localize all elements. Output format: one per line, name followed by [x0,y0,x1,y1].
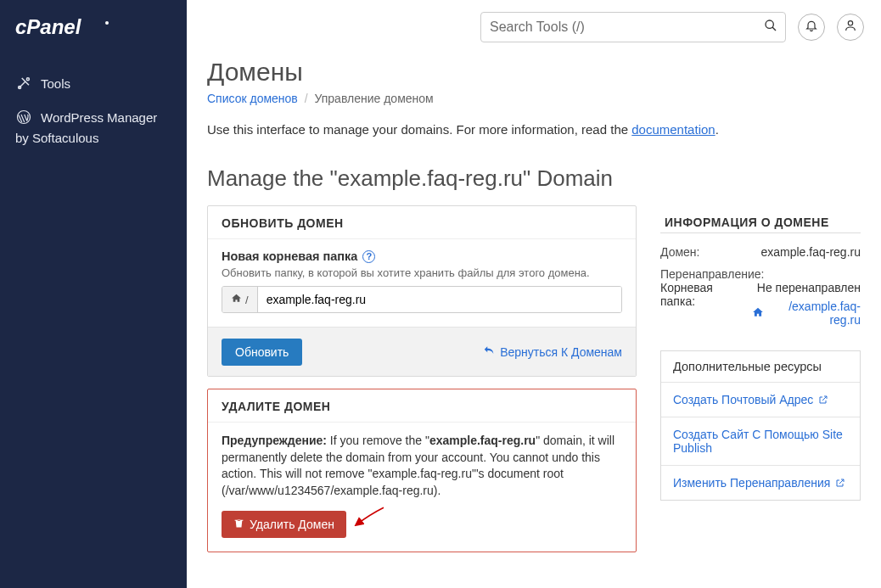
update-button[interactable]: Обновить [222,339,302,366]
wordpress-icon [15,109,32,126]
topbar [187,0,881,51]
cpanel-logo: cPanel [15,15,171,41]
user-icon [844,19,857,36]
sidebar: cPanel Tools WordPress Manager [0,0,187,588]
docroot-field-description: Обновить папку, в которой вы хотите хран… [222,266,622,279]
svg-line-6 [772,27,776,31]
notifications-button[interactable] [798,14,825,41]
svg-text:cPanel: cPanel [15,15,82,38]
domain-root-link-text: /example.faq-reg.ru [767,300,861,327]
intro-post: . [715,122,719,137]
update-panel-heading: ОБНОВИТЬ ДОМЕН [208,206,636,239]
intro-text: Use this interface to manage your domain… [207,122,861,137]
svg-point-3 [26,78,29,81]
bell-icon [805,19,818,36]
external-link-icon [818,395,828,405]
svg-point-5 [766,20,773,28]
domain-info-heading: ИНФОРМАЦИЯ О ДОМЕНЕ [660,205,861,233]
manage-domain-heading: Manage the "example.faq-reg.ru" Domain [207,165,861,192]
remove-panel-heading: УДАЛИТЕ ДОМЕН [208,389,636,423]
remove-warning-label: Предупреждение: [222,434,327,447]
docroot-prefix: / [222,287,258,312]
annotation-arrow [351,507,385,533]
docroot-input[interactable] [258,287,621,312]
account-button[interactable] [837,14,864,41]
domain-info-redirect-value: Не перенаправлен [752,281,861,294]
remove-warning-domain: example.faq-reg.ru [429,434,536,447]
resource-edit-redirects[interactable]: Изменить Перенаправления [661,466,860,500]
help-icon[interactable]: ? [362,250,375,263]
domain-info-section: ИНФОРМАЦИЯ О ДОМЕНЕ Домен: example.faq-r… [660,205,861,327]
remove-domain-button[interactable]: Удалить Домен [222,511,346,538]
domain-info-root-label: Корневая папка: [660,281,744,308]
resource-item-label: Создать Сайт С Помощью Site Publish [673,428,848,455]
sidebar-item-wordpress[interactable]: WordPress Manager by Softaculous [15,100,171,154]
resource-item-label: Создать Почтовый Адрес [673,393,813,406]
documentation-link[interactable]: documentation [631,122,715,137]
resource-create-email[interactable]: Создать Почтовый Адрес [661,383,860,417]
return-icon [483,344,495,359]
remove-button-text: Удалить Домен [250,518,334,531]
remove-warning-pre: If you remove the " [327,434,429,447]
intro-pre: Use this interface to manage your domain… [207,122,631,137]
main-area: Домены Список доменов / Управление домен… [187,0,881,588]
svg-point-1 [105,21,109,25]
svg-point-7 [848,21,852,25]
sidebar-item-label: Tools [41,76,70,91]
breadcrumb-domains-link[interactable]: Список доменов [207,92,298,105]
back-link-text: Вернуться К Доменам [500,345,622,359]
update-domain-panel: ОБНОВИТЬ ДОМЕН Новая корневая папка ? Об… [207,205,637,377]
trash-icon [233,518,244,531]
home-icon [752,306,764,321]
domain-info-redirect-label: Перенаправление: [660,267,764,281]
docroot-input-group: / [222,286,622,313]
additional-resources-panel: Дополнительные ресурсы Создать Почтовый … [660,350,861,501]
search-input[interactable] [480,12,786,42]
sidebar-item-label-line2: by Softaculous [15,131,98,145]
docroot-prefix-slash: / [245,294,249,306]
resources-heading: Дополнительные ресурсы [661,351,860,383]
resource-item-label: Изменить Перенаправления [673,476,830,490]
remove-domain-panel: УДАЛИТЕ ДОМЕН Предупреждение: If you rem… [207,389,637,552]
resource-create-site[interactable]: Создать Сайт С Помощью Site Publish [661,417,860,466]
breadcrumb-separator: / [305,92,308,105]
external-link-icon [835,478,845,488]
docroot-label-text: Новая корневая папка [222,249,357,263]
search-icon [764,19,777,36]
sidebar-item-label-line1: WordPress Manager [41,110,157,125]
domain-root-link[interactable]: /example.faq-reg.ru [752,300,861,327]
tools-icon [15,75,32,92]
sidebar-item-tools[interactable]: Tools [15,66,171,100]
page-title: Домены [207,58,861,87]
domain-info-domain-label: Домен: [660,245,699,259]
back-to-domains-link[interactable]: Вернуться К Доменам [483,338,622,366]
search-box [480,12,786,42]
breadcrumb: Список доменов / Управление доменом [207,92,861,105]
remove-warning-text: Предупреждение: If you remove the "examp… [222,433,622,499]
domain-info-domain-value: example.faq-reg.ru [760,245,861,259]
docroot-field-label: Новая корневая папка ? [222,249,622,263]
breadcrumb-current: Управление доменом [314,92,433,105]
home-icon [231,293,242,306]
